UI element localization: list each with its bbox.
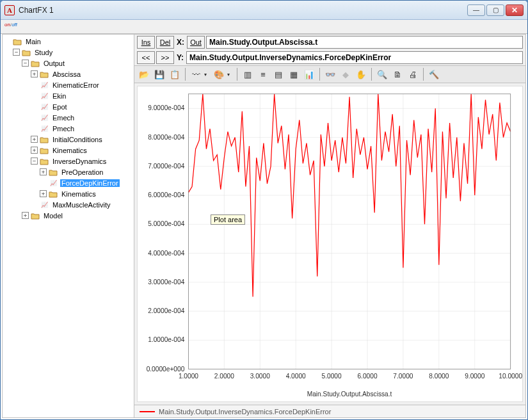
folder-icon <box>39 70 49 79</box>
glasses-icon[interactable]: 👓 <box>323 67 337 81</box>
legend-swatch <box>140 411 155 412</box>
y-control-row: << >> Y: <box>134 50 525 65</box>
tool-icon[interactable]: 🔨 <box>427 67 441 81</box>
toggle-bar: on/off <box>1 20 527 34</box>
folder-icon <box>21 48 31 57</box>
data-icon: 📈 <box>39 102 49 111</box>
y-axis-label: Y: <box>175 53 185 62</box>
tree-abscissa[interactable]: +Abscissa <box>31 69 132 79</box>
color-icon[interactable]: 🎨 <box>212 67 226 81</box>
app-icon: A <box>4 5 15 15</box>
tree-kinematicerror[interactable]: 📈KinematicError <box>31 79 132 90</box>
tree-id-kinematics[interactable]: +Kinematics <box>40 188 132 199</box>
data-icon: 📈 <box>39 81 49 90</box>
plot-tooltip: Plot area <box>211 214 245 225</box>
svg-text:3.0000: 3.0000 <box>250 373 270 380</box>
bars-icon[interactable]: ▥ <box>241 67 255 81</box>
print-icon[interactable]: 🖨 <box>406 67 420 81</box>
svg-text:2.0000e-004: 2.0000e-004 <box>148 307 184 314</box>
svg-text:10.0000: 10.0000 <box>499 373 522 380</box>
minimize-button[interactable]: — <box>467 4 485 16</box>
list-icon[interactable]: ▤ <box>271 67 285 81</box>
svg-text:6.0000e-004: 6.0000e-004 <box>148 191 184 198</box>
grid-icon[interactable]: ≡ <box>256 67 270 81</box>
folder-icon <box>39 146 49 155</box>
folder-icon <box>48 168 58 177</box>
data-icon: 📈 <box>39 124 49 133</box>
svg-text:9.0000: 9.0000 <box>465 373 484 380</box>
svg-text:7.0000: 7.0000 <box>393 373 413 380</box>
stats-icon[interactable]: 📊 <box>302 67 316 81</box>
dropdown-icon[interactable]: ▾ <box>204 72 211 77</box>
app-window: A ChartFX 1 — ▢ ✕ on/off Main −Study <box>0 0 528 420</box>
tree-epot[interactable]: 📈Epot <box>31 101 132 112</box>
expand-icon[interactable]: + <box>40 168 47 175</box>
svg-text:5.0000e-004: 5.0000e-004 <box>148 220 184 227</box>
prev-button[interactable]: << <box>137 51 155 64</box>
tree-forcedepkinerror[interactable]: 📈ForceDepKinError <box>40 177 132 188</box>
zoom-icon[interactable]: 🔍 <box>375 67 389 81</box>
expand-icon[interactable]: + <box>31 136 38 143</box>
x-path-input[interactable] <box>206 36 523 49</box>
expand-icon[interactable]: + <box>22 212 29 219</box>
save-icon[interactable]: 💾 <box>152 67 166 81</box>
tree-kinematics[interactable]: +Kinematics <box>31 145 132 156</box>
y-path-input[interactable] <box>186 51 523 64</box>
svg-text:1.0000: 1.0000 <box>179 373 198 380</box>
data-icon: 📈 <box>48 179 58 188</box>
svg-text:3.0000e-004: 3.0000e-004 <box>148 279 184 286</box>
titlebar: A ChartFX 1 — ▢ ✕ <box>1 1 527 20</box>
maximize-button[interactable]: ▢ <box>486 4 504 16</box>
x-control-row: Ins Del X: Out <box>134 35 525 50</box>
open-icon[interactable]: 📂 <box>137 67 151 81</box>
table-icon[interactable]: ▦ <box>287 67 301 81</box>
onoff-toggle-icon[interactable]: on/off <box>4 22 20 32</box>
tree-panel: Main −Study −Output +Abscissa 📈Kin <box>3 35 134 417</box>
collapse-icon[interactable]: − <box>31 158 38 165</box>
tree-initialconditions[interactable]: +InitialConditions <box>31 134 132 145</box>
copy-icon[interactable]: 📋 <box>168 67 182 81</box>
svg-text:9.0000e-004: 9.0000e-004 <box>148 104 184 111</box>
close-button[interactable]: ✕ <box>506 4 524 16</box>
x-axis-label: X: <box>175 38 186 47</box>
tree-emech[interactable]: 📈Emech <box>31 112 132 123</box>
expand-icon[interactable]: + <box>31 70 38 77</box>
folder-icon <box>39 135 49 144</box>
insert-button[interactable]: Ins <box>137 36 155 49</box>
dropdown-icon[interactable]: ▾ <box>227 72 234 77</box>
line-chart: 0.0000e+0001.0000e-0042.0000e-0043.0000e… <box>138 86 522 401</box>
tree-study[interactable]: −Study <box>13 47 132 58</box>
collapse-icon[interactable]: − <box>13 49 20 56</box>
preview-icon[interactable]: 🗎 <box>390 67 404 81</box>
window-title: ChartFX 1 <box>19 6 467 15</box>
marker-icon[interactable]: ◆ <box>339 67 353 81</box>
hand-icon[interactable]: ✋ <box>354 67 368 81</box>
data-icon: 📈 <box>39 92 49 101</box>
svg-text:4.0000e-004: 4.0000e-004 <box>148 250 184 257</box>
tree-pmech[interactable]: 📈Pmech <box>31 123 132 134</box>
next-button[interactable]: >> <box>156 51 174 64</box>
tree-maxmuscleactivity[interactable]: 📈MaxMuscleActivity <box>31 199 132 210</box>
svg-text:2.0000: 2.0000 <box>214 373 234 380</box>
expand-icon[interactable]: + <box>31 147 38 154</box>
out-button[interactable]: Out <box>187 36 205 49</box>
chart-type-icon[interactable]: 〰 <box>189 67 203 81</box>
data-icon: 📈 <box>39 200 49 209</box>
expand-icon[interactable]: + <box>40 190 47 197</box>
tree-preoperation[interactable]: +PreOperation <box>40 166 132 177</box>
collapse-icon[interactable]: − <box>22 60 29 67</box>
svg-text:0.0000e+000: 0.0000e+000 <box>147 366 185 373</box>
tree-ekin[interactable]: 📈Ekin <box>31 90 132 101</box>
tree-output[interactable]: −Output <box>22 58 132 69</box>
delete-button[interactable]: Del <box>156 36 174 49</box>
tree-model[interactable]: +Model <box>22 210 132 221</box>
tree-root-main[interactable]: Main <box>4 36 132 47</box>
legend-label: Main.Study.Output.InverseDynamics.ForceD… <box>159 408 331 416</box>
object-tree[interactable]: Main −Study −Output +Abscissa 📈Kin <box>4 36 132 221</box>
tree-inversedynamics[interactable]: −InverseDynamics <box>31 156 132 166</box>
plot-area[interactable]: 0.0000e+0001.0000e-0042.0000e-0043.0000e… <box>137 86 523 402</box>
legend: Main.Study.Output.InverseDynamics.ForceD… <box>134 405 525 417</box>
svg-text:Main.Study.Output.Abscissa.t: Main.Study.Output.Abscissa.t <box>307 391 392 398</box>
chart-toolbar: 📂 💾 📋 〰▾ 🎨▾ ▥ ≡ ▤ ▦ 📊 👓 ◆ ✋ 🔍 🗎 🖨 <box>134 65 525 83</box>
folder-icon <box>30 211 40 220</box>
